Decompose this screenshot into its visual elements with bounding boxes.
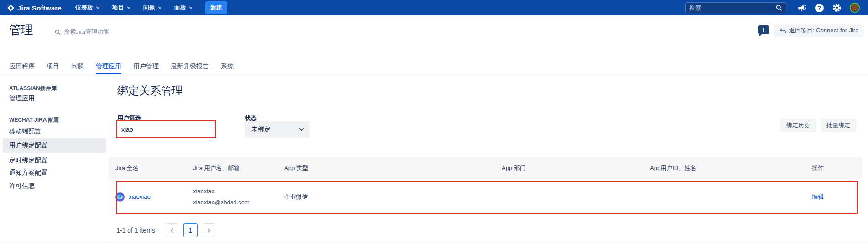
cell-app-type: 企业微信	[284, 193, 502, 201]
nav-menu-dashboards[interactable]: 仪表板	[75, 4, 100, 12]
table-row: xiaoxiao xiaoxiao xiaoxiao@shdsd.com 企业微…	[109, 179, 862, 214]
admin-tab-bar: 应用程序 项目 问题 管理应用 用户管理 最新升级报告 系统	[0, 59, 868, 74]
chevron-down-icon	[189, 6, 193, 9]
pagination-next-button[interactable]	[203, 223, 215, 237]
page-bottom-divider	[0, 243, 868, 243]
pagination-page-1-button[interactable]: 1	[183, 223, 198, 237]
chevron-left-icon	[170, 228, 175, 232]
jira-username: xiaoxiao	[193, 188, 284, 195]
chevron-down-icon	[299, 126, 304, 131]
search-icon	[776, 5, 782, 11]
chevron-down-icon	[158, 6, 162, 9]
col-jira-username-email: Jira 用户名、邮箱	[193, 164, 284, 172]
pagination-prev-button[interactable]	[166, 223, 178, 237]
chevron-down-icon	[127, 6, 131, 9]
sidebar-item-notification-scheme-config[interactable]: 通知方案配置	[9, 169, 47, 177]
binding-table: Jira 全名 Jira 用户名、邮箱 App 类型 App 部门 App用户I…	[109, 157, 862, 214]
tab-manage-apps[interactable]: 管理应用	[96, 59, 121, 74]
col-app-type: App 类型	[284, 164, 502, 172]
table-header-row: Jira 全名 Jira 用户名、邮箱 App 类型 App 部门 App用户I…	[109, 157, 862, 179]
admin-search[interactable]: 搜索Jira管理功能	[55, 28, 109, 36]
nav-menu-boards[interactable]: 面板	[174, 4, 193, 12]
return-arrow-icon	[780, 28, 786, 33]
search-icon	[55, 29, 61, 35]
tab-latest-upgrade-report[interactable]: 最新升级报告	[171, 59, 209, 74]
navbar-search-box[interactable]	[685, 2, 786, 13]
sidebar: ATLASSIAN插件库 管理应用 WECHAT JIRA 配置 移动端配置 用…	[0, 74, 108, 243]
col-jira-full-name: Jira 全名	[115, 164, 193, 172]
tab-applications[interactable]: 应用程序	[9, 59, 35, 74]
chevron-down-icon	[96, 6, 100, 9]
cell-jira-full-name: xiaoxiao	[115, 192, 193, 202]
jira-logo[interactable]: Jira Software	[7, 4, 62, 12]
jira-logo-text: Jira Software	[17, 4, 62, 12]
pagination: 1-1 of 1 items 1	[116, 223, 220, 237]
sidebar-item-manage-apps[interactable]: 管理应用	[9, 94, 35, 103]
page-title: 管理	[9, 22, 33, 38]
binding-history-button[interactable]: 绑定历史	[780, 119, 816, 132]
col-actions: 操作	[812, 164, 862, 172]
chevron-right-icon	[206, 228, 210, 232]
main-content: 绑定关系管理 用户筛选 xiao 状态 未绑定 绑定历史 批量绑定 Jira 全…	[109, 74, 868, 243]
avatar	[850, 3, 860, 13]
status-selected-value: 未绑定	[251, 125, 270, 134]
top-navbar: Jira Software 仪表板 项目 问题 面板 新建 ?	[0, 0, 868, 16]
nav-menu-projects[interactable]: 项目	[112, 4, 131, 12]
feedback-icon[interactable]: !	[758, 25, 769, 34]
status-select[interactable]: 未绑定	[245, 121, 310, 138]
batch-binding-button[interactable]: 批量绑定	[821, 119, 856, 132]
announcements-icon[interactable]	[796, 3, 806, 13]
navbar-search-input[interactable]	[689, 5, 767, 11]
jira-email: xiaoxiao@shdsd.com	[193, 199, 284, 206]
user-avatar-icon	[115, 192, 125, 202]
jira-user-link[interactable]: xiaoxiao	[129, 193, 151, 200]
sidebar-section-wechat-jira-config: WECHAT JIRA 配置	[9, 116, 59, 124]
back-to-project-button[interactable]: 返回项目: Connect-for-Jira	[774, 24, 864, 37]
sidebar-item-mobile-config[interactable]: 移动端配置	[9, 127, 41, 135]
tab-system[interactable]: 系统	[221, 59, 234, 74]
cell-jira-username-email: xiaoxiao xiaoxiao@shdsd.com	[193, 188, 284, 206]
sidebar-section-atlassian-marketplace: ATLASSIAN插件库	[9, 85, 57, 93]
pagination-summary: 1-1 of 1 items	[116, 227, 155, 234]
sidebar-item-user-binding-config[interactable]: 用户绑定配置	[3, 138, 106, 153]
user-filter-input[interactable]: xiao	[116, 120, 216, 138]
nav-menu-issues[interactable]: 问题	[143, 4, 162, 12]
sidebar-item-license-info[interactable]: 许可信息	[9, 182, 35, 190]
admin-search-placeholder: 搜索Jira管理功能	[64, 28, 109, 36]
content-title: 绑定关系管理	[117, 83, 183, 98]
tab-issues[interactable]: 问题	[71, 59, 84, 74]
user-filter-value: xiao	[121, 126, 133, 133]
create-button[interactable]: 新建	[205, 1, 227, 14]
help-icon[interactable]: ?	[814, 3, 824, 13]
user-avatar[interactable]	[850, 3, 860, 13]
col-app-department: App 部门	[502, 164, 650, 172]
text-cursor	[134, 126, 134, 133]
sidebar-item-scheduled-binding-config[interactable]: 定时绑定配置	[9, 156, 47, 165]
jira-logo-icon	[7, 5, 14, 11]
tab-projects[interactable]: 项目	[47, 59, 59, 74]
tab-user-management[interactable]: 用户管理	[133, 59, 159, 74]
gear-icon[interactable]	[832, 3, 842, 13]
col-app-user-id-name: App用户ID、姓名	[650, 164, 812, 172]
edit-link[interactable]: 编辑	[812, 193, 824, 200]
admin-header: 管理 搜索Jira管理功能 ! 返回项目: Connect-for-Jira	[0, 16, 868, 59]
